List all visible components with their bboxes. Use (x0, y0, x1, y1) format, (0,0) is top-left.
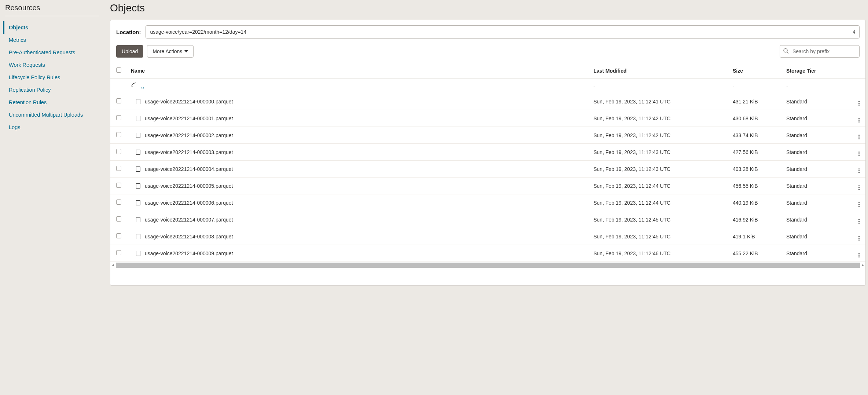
table-row: usage-voice20221214-000004.parquetSun, F… (110, 161, 865, 178)
row-actions-menu-icon[interactable] (858, 236, 860, 241)
cell-last-modified: Sun, Feb 19, 2023, 11:12:45 UTC (590, 228, 729, 245)
column-header-size[interactable]: Size (729, 63, 783, 78)
sidebar-item-metrics[interactable]: Metrics (3, 34, 101, 46)
objects-tbody: ..---usage-voice20221214-000000.parquetS… (110, 78, 865, 262)
cell-size: 427.56 KiB (729, 144, 783, 161)
row-checkbox[interactable] (116, 200, 121, 205)
sidebar-item-logs[interactable]: Logs (3, 121, 101, 134)
cell-size: 440.19 KiB (729, 194, 783, 211)
object-name[interactable]: usage-voice20221214-000003.parquet (145, 149, 233, 155)
file-icon (136, 251, 140, 256)
table-row: usage-voice20221214-000007.parquetSun, F… (110, 211, 865, 228)
row-checkbox[interactable] (116, 250, 121, 255)
row-checkbox[interactable] (116, 166, 121, 171)
object-name[interactable]: usage-voice20221214-000006.parquet (145, 200, 233, 206)
cell-tier: Standard (783, 144, 852, 161)
file-icon (136, 183, 140, 189)
file-icon (136, 99, 140, 104)
row-actions-menu-icon[interactable] (858, 168, 860, 173)
cell-tier: Standard (783, 161, 852, 178)
svg-point-0 (784, 49, 787, 52)
table-row: usage-voice20221214-000001.parquetSun, F… (110, 110, 865, 127)
sidebar-item-uncommitted-multipart-uploads[interactable]: Uncommitted Multipart Uploads (3, 109, 101, 121)
row-actions-menu-icon[interactable] (858, 219, 860, 224)
row-actions-menu-icon[interactable] (858, 185, 860, 190)
search-icon (783, 48, 789, 55)
parent-folder-link[interactable]: .. (141, 83, 144, 89)
cell-last-modified: Sun, Feb 19, 2023, 11:12:43 UTC (590, 161, 729, 178)
cell-last-modified: Sun, Feb 19, 2023, 11:12:45 UTC (590, 211, 729, 228)
cell-last-modified: Sun, Feb 19, 2023, 11:12:41 UTC (590, 93, 729, 110)
sidebar-item-lifecycle-policy-rules[interactable]: Lifecycle Policy Rules (3, 71, 101, 84)
file-icon (136, 167, 140, 172)
object-name[interactable]: usage-voice20221214-000008.parquet (145, 234, 233, 239)
sidebar-item-pre-authenticated-requests[interactable]: Pre-Authenticated Requests (3, 46, 101, 59)
row-checkbox[interactable] (116, 149, 121, 154)
horizontal-scrollbar[interactable]: ◄ ► (110, 262, 865, 268)
chevron-up-down-icon[interactable]: ▲▼ (853, 29, 856, 34)
sidebar-title: Resources (5, 4, 101, 12)
search-input[interactable] (780, 45, 860, 58)
row-checkbox[interactable] (116, 115, 121, 120)
select-all-checkbox[interactable] (116, 67, 121, 73)
object-name[interactable]: usage-voice20221214-000005.parquet (145, 183, 233, 189)
sidebar-item-objects[interactable]: Objects (3, 21, 101, 34)
table-row: usage-voice20221214-000002.parquetSun, F… (110, 127, 865, 144)
row-actions-menu-icon[interactable] (858, 118, 860, 122)
cell-size: 455.22 KiB (729, 245, 783, 262)
cell-last-modified: Sun, Feb 19, 2023, 11:12:43 UTC (590, 144, 729, 161)
page-title: Objects (110, 2, 866, 14)
file-icon (136, 200, 140, 205)
object-name[interactable]: usage-voice20221214-000004.parquet (145, 166, 233, 172)
row-actions-menu-icon[interactable] (858, 101, 860, 106)
search-box (780, 45, 860, 58)
parent-folder-row[interactable]: ..--- (110, 78, 865, 93)
row-actions-menu-icon[interactable] (858, 135, 860, 139)
object-name[interactable]: usage-voice20221214-000001.parquet (145, 116, 233, 121)
file-icon (136, 116, 140, 121)
cell-size: 430.68 KiB (729, 110, 783, 127)
cell-size: 403.28 KiB (729, 161, 783, 178)
cell-last-modified: - (590, 78, 729, 93)
table-row: usage-voice20221214-000005.parquetSun, F… (110, 178, 865, 194)
cell-tier: Standard (783, 127, 852, 144)
object-name[interactable]: usage-voice20221214-000002.parquet (145, 132, 233, 138)
location-label: Location: (116, 29, 141, 35)
column-header-storage-tier[interactable]: Storage Tier (783, 63, 852, 78)
row-checkbox[interactable] (116, 233, 121, 238)
cell-last-modified: Sun, Feb 19, 2023, 11:12:42 UTC (590, 110, 729, 127)
main: Objects Location: ▲▼ Upload More Actions (101, 2, 866, 393)
object-name[interactable]: usage-voice20221214-000000.parquet (145, 99, 233, 105)
more-actions-label: More Actions (152, 48, 182, 54)
upload-button-label: Upload (122, 48, 138, 54)
table-row: usage-voice20221214-000000.parquetSun, F… (110, 93, 865, 110)
cell-last-modified: Sun, Feb 19, 2023, 11:12:46 UTC (590, 245, 729, 262)
location-input[interactable] (146, 25, 860, 39)
table-row: usage-voice20221214-000009.parquetSun, F… (110, 245, 865, 262)
cell-tier: Standard (783, 93, 852, 110)
upload-button[interactable]: Upload (116, 45, 143, 58)
row-checkbox[interactable] (116, 98, 121, 103)
column-header-last-modified[interactable]: Last Modified (590, 63, 729, 78)
more-actions-button[interactable]: More Actions (147, 45, 194, 58)
column-header-name[interactable]: Name (127, 63, 590, 78)
sidebar-item-work-requests[interactable]: Work Requests (3, 59, 101, 71)
row-checkbox[interactable] (116, 183, 121, 188)
row-checkbox[interactable] (116, 132, 121, 137)
row-actions-menu-icon[interactable] (858, 151, 860, 156)
cell-size: - (729, 78, 783, 93)
sidebar-divider (5, 16, 99, 16)
row-actions-menu-icon[interactable] (858, 202, 860, 207)
sidebar-item-retention-rules[interactable]: Retention Rules (3, 96, 101, 109)
row-checkbox[interactable] (116, 216, 121, 222)
row-actions-menu-icon[interactable] (858, 253, 860, 257)
cell-last-modified: Sun, Feb 19, 2023, 11:12:44 UTC (590, 178, 729, 194)
header-checkbox-cell (110, 63, 127, 78)
object-name[interactable]: usage-voice20221214-000007.parquet (145, 217, 233, 223)
sidebar-item-replication-policy[interactable]: Replication Policy (3, 84, 101, 96)
cell-tier: - (783, 78, 852, 93)
table-row: usage-voice20221214-000008.parquetSun, F… (110, 228, 865, 245)
objects-panel: Location: ▲▼ Upload More Actions (110, 20, 866, 286)
objects-table: Name Last Modified Size Storage Tier ..-… (110, 63, 865, 262)
object-name[interactable]: usage-voice20221214-000009.parquet (145, 250, 233, 256)
